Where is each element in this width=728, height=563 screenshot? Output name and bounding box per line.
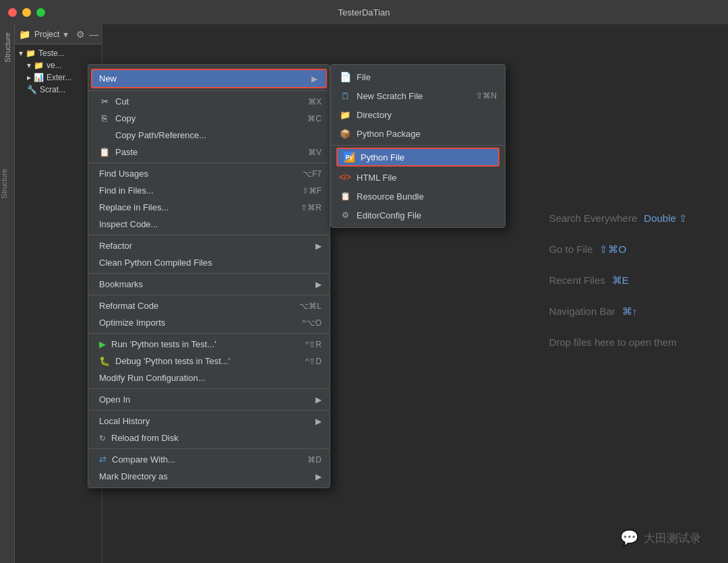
- submenu-item-html[interactable]: </> HTML File: [331, 168, 505, 187]
- menu-item-optimize-imports[interactable]: Optimize Imports ^⌥O: [88, 314, 330, 331]
- menu-item-debug[interactable]: 🐛 Debug 'Python tests in Test...' ^⇧D: [88, 353, 330, 369]
- paste-shortcut: ⌘V: [308, 148, 322, 157]
- dropdown-icon[interactable]: ▾: [63, 29, 68, 40]
- bookmarks-label: Bookmarks: [99, 279, 143, 289]
- submenu-item-scratch[interactable]: 🗒 New Scratch File ⇧⌘N: [331, 86, 505, 105]
- submenu-item-python-package[interactable]: 📦 Python Package: [331, 124, 505, 143]
- folder-tester-icon: 📁: [26, 49, 36, 58]
- hint-drop-label: Drop files here to open them: [549, 336, 676, 348]
- hint-goto-file: Go to File ⇧⌘O: [549, 243, 688, 256]
- window-title: TesterDaTian: [338, 7, 390, 18]
- compare-shortcut: ⌘D: [307, 455, 322, 465]
- debug-icon: 🐛: [99, 356, 110, 366]
- copy-icon: ⎘: [99, 113, 110, 123]
- structure-side-label: Structure: [0, 169, 15, 199]
- submenu-file-label: File: [357, 72, 371, 82]
- hint-search-label: Search Everywhere: [549, 212, 637, 224]
- reformat-shortcut: ⌥⌘L: [299, 301, 322, 311]
- optimize-imports-label: Optimize Imports: [99, 318, 165, 328]
- window-controls: [8, 8, 45, 17]
- maximize-button[interactable]: [36, 8, 45, 17]
- menu-item-reformat[interactable]: Reformat Code ⌥⌘L: [88, 297, 330, 314]
- menu-item-copy-path[interactable]: Copy Path/Reference...: [88, 127, 330, 144]
- menu-item-new[interactable]: New ▶: [91, 69, 327, 88]
- paste-icon: 📋: [99, 147, 110, 157]
- menu-item-local-history[interactable]: Local History ▶: [88, 413, 330, 429]
- reload-disk-label: Reload from Disk: [111, 433, 179, 443]
- hint-recent-key: ⌘E: [612, 274, 629, 287]
- menu-item-clean-compiled[interactable]: Clean Python Compiled Files: [88, 254, 330, 271]
- menu-item-refactor[interactable]: Refactor ▶: [88, 237, 330, 254]
- separator-9: [88, 448, 330, 449]
- hint-goto-key: ⇧⌘O: [599, 243, 626, 256]
- tree-item-scratch-label: Scrat...: [40, 85, 65, 94]
- context-menu: New ▶ ✂ Cut ⌘X ⎘ Copy ⌘C Copy Path/Refer…: [88, 64, 330, 488]
- folder-ve-icon: 📁: [34, 61, 44, 70]
- scratch-file-icon: 🗒: [339, 90, 351, 102]
- menu-item-reload-disk[interactable]: ↻ Reload from Disk: [88, 429, 330, 446]
- project-toolbar: 📁 Project ▾ ⚙ —: [15, 24, 102, 45]
- submenu-item-resource[interactable]: 📋 Resource Bundle: [331, 187, 505, 206]
- menu-item-cut[interactable]: ✂ Cut ⌘X: [88, 93, 330, 110]
- scratch-shortcut: ⇧⌘N: [476, 91, 497, 100]
- menu-item-modify-run[interactable]: Modify Run Configuration...: [88, 369, 330, 386]
- debug-shortcut: ^⇧D: [305, 357, 322, 366]
- submenu-item-directory[interactable]: 📁 Directory: [331, 105, 505, 124]
- submenu-editorconfig-label: EditorConfig File: [357, 210, 421, 220]
- submenu-python-package-label: Python Package: [357, 129, 421, 139]
- structure-panel: Structure: [0, 24, 15, 563]
- run-icon: ▶: [99, 339, 106, 349]
- file-doc-icon: 📄: [339, 71, 351, 83]
- run-label: Run 'Python tests in Test...': [111, 339, 216, 349]
- expand-icon: ▾: [19, 49, 23, 58]
- hint-search-key: Double ⇧: [644, 212, 688, 225]
- menu-item-open-in[interactable]: Open In ▶: [88, 391, 330, 408]
- modify-run-label: Modify Run Configuration...: [99, 373, 206, 383]
- watermark: 💬 大田测试录: [620, 529, 701, 547]
- menu-item-inspect-code[interactable]: Inspect Code...: [88, 216, 330, 233]
- separator-4: [88, 273, 330, 274]
- submenu-scratch-label: New Scratch File: [357, 91, 457, 101]
- menu-item-mark-dir[interactable]: Mark Directory as ▶: [88, 468, 330, 485]
- copy-shortcut: ⌘C: [307, 114, 322, 123]
- menu-item-run[interactable]: ▶ Run 'Python tests in Test...' ^⇧R: [88, 336, 330, 353]
- cut-icon: ✂: [99, 96, 110, 107]
- minimize-button[interactable]: [22, 8, 31, 17]
- menu-item-new-left: New: [99, 73, 117, 84]
- separator-3: [88, 235, 330, 235]
- hint-section: Search Everywhere Double ⇧ Go to File ⇧⌘…: [549, 212, 688, 348]
- menu-item-find-usages[interactable]: Find Usages ⌥F7: [88, 165, 330, 182]
- close-button[interactable]: [8, 8, 17, 17]
- menu-item-bookmarks[interactable]: Bookmarks ▶: [88, 276, 330, 293]
- find-files-shortcut: ⇧⌘F: [302, 186, 322, 196]
- find-usages-shortcut: ⌥F7: [303, 169, 322, 179]
- menu-item-find-files[interactable]: Find in Files... ⇧⌘F: [88, 182, 330, 199]
- collapse-icon[interactable]: —: [89, 29, 98, 40]
- hint-search-everywhere: Search Everywhere Double ⇧: [549, 212, 688, 225]
- hint-nav-label: Navigation Bar: [549, 305, 615, 317]
- menu-item-replace-files[interactable]: Replace in Files... ⇧⌘R: [88, 199, 330, 216]
- tree-item-tester[interactable]: ▾ 📁 Teste...: [15, 47, 102, 59]
- submenu-python-file-label: Python File: [361, 152, 404, 162]
- new-arrow-icon: ▶: [311, 74, 317, 84]
- bookmarks-arrow-icon: ▶: [315, 280, 322, 289]
- titlebar: TesterDaTian: [0, 0, 728, 24]
- separator-5: [88, 295, 330, 295]
- new-label: New: [99, 73, 117, 84]
- resource-bundle-icon: 📋: [339, 190, 351, 202]
- separator-7: [88, 388, 330, 389]
- submenu-item-editorconfig[interactable]: ⚙ EditorConfig File: [331, 206, 505, 225]
- optimize-imports-shortcut: ^⌥O: [302, 318, 322, 328]
- mark-dir-label: Mark Directory as: [99, 471, 168, 481]
- python-package-icon: 📦: [339, 127, 351, 140]
- project-panel-title: Project: [34, 30, 59, 39]
- menu-item-copy[interactable]: ⎘ Copy ⌘C: [88, 110, 330, 127]
- submenu-item-file[interactable]: 📄 File: [331, 67, 505, 86]
- menu-item-paste[interactable]: 📋 Paste ⌘V: [88, 144, 330, 160]
- debug-label: Debug 'Python tests in Test...': [115, 356, 230, 366]
- submenu-item-python-file[interactable]: Py Python File: [336, 148, 499, 167]
- menu-item-compare-with[interactable]: ⇄ Compare With... ⌘D: [88, 451, 330, 468]
- local-history-arrow-icon: ▶: [315, 417, 322, 426]
- structure-label: Structure: [3, 32, 11, 63]
- settings-icon[interactable]: ⚙: [76, 29, 85, 40]
